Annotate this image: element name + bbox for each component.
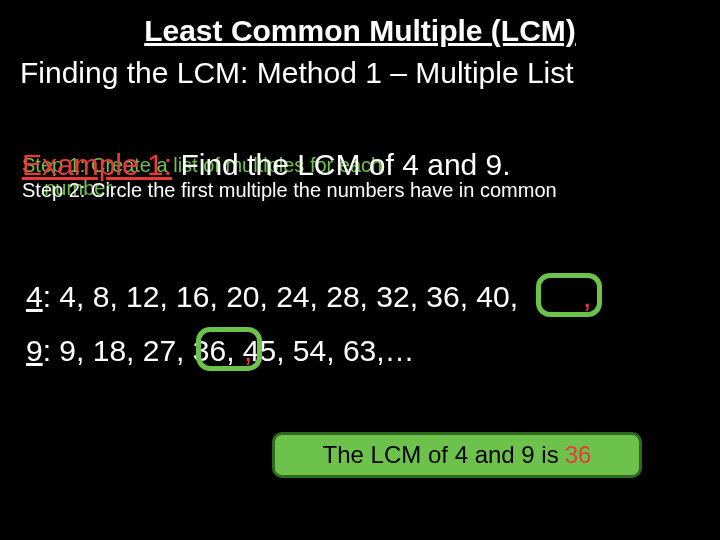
step-2-white-text: Step 2: Circle the first multiple the nu… [22, 179, 557, 202]
example-body: Find the LCM of 4 and 9. [172, 148, 511, 181]
circle-highlight-36-row4 [536, 273, 602, 317]
answer-value: 36 [565, 441, 592, 469]
red-comma-row9: , [244, 334, 252, 368]
overlapping-text-block: Step 1: Create a list of multiples for e… [22, 154, 702, 214]
multiples-of-4-line: 4: 4, 8, 12, 16, 20, 24, 28, 32, 36, 40, [26, 280, 518, 314]
multiples-4-list: : 4, 8, 12, 16, 20, 24, 28, 32, 36, 40, [43, 280, 518, 313]
answer-box: The LCM of 4 and 9 is 36 [272, 432, 642, 478]
multiples-9-lead: 9 [26, 334, 43, 367]
answer-text: The LCM of 4 and 9 is [323, 441, 559, 469]
red-comma-row4: , [583, 280, 591, 314]
multiples-4-lead: 4 [26, 280, 43, 313]
slide-title: Least Common Multiple (LCM) [0, 14, 720, 48]
step-2-block: number. Step 2: Circle the first multipl… [22, 178, 702, 198]
slide-subtitle: Finding the LCM: Method 1 – Multiple Lis… [20, 54, 700, 92]
